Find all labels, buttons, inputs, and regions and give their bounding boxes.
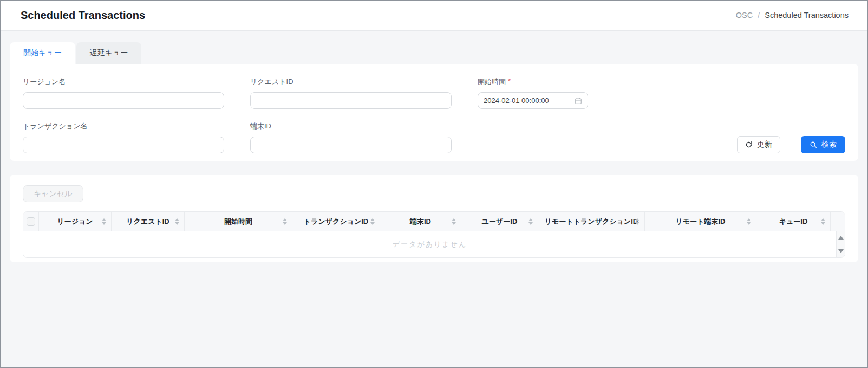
required-asterisk: * bbox=[508, 77, 511, 87]
sort-icon[interactable] bbox=[102, 218, 106, 225]
tab-delay-queue[interactable]: 遅延キュー bbox=[76, 42, 142, 64]
column-header-label: 端末ID bbox=[410, 217, 431, 227]
page-title: Scheduled Transactions bbox=[21, 9, 145, 22]
refresh-button-label: 更新 bbox=[757, 140, 772, 150]
transaction-name-input-box bbox=[23, 137, 224, 153]
start-time-input[interactable] bbox=[484, 96, 575, 105]
table-panel: キャンセル リージョンリクエストID開始時間トランザクションID端末IDユーザー… bbox=[10, 175, 858, 262]
request-id-field: リクエストID bbox=[250, 77, 452, 109]
filter-actions: 更新 検索 bbox=[737, 121, 845, 153]
terminal-id-field: 端末ID bbox=[250, 121, 452, 153]
column-header[interactable]: 開始時間 bbox=[185, 212, 292, 231]
sort-icon[interactable] bbox=[175, 218, 179, 225]
refresh-icon bbox=[745, 141, 753, 149]
search-button[interactable]: 検索 bbox=[801, 136, 845, 153]
filter-row-1: リージョン名 リクエストID 開始時間 * bbox=[23, 77, 845, 109]
region-name-label: リージョン名 bbox=[23, 77, 224, 87]
search-button-label: 検索 bbox=[821, 140, 837, 150]
refresh-button[interactable]: 更新 bbox=[737, 136, 780, 153]
column-header-label: ユーザーID bbox=[482, 217, 518, 227]
table-header-columns: リージョンリクエストID開始時間トランザクションID端末IDユーザーIDリモート… bbox=[39, 212, 845, 231]
filter-row-2: トランザクション名 端末ID 更新 bbox=[23, 121, 845, 153]
column-header[interactable]: ユーザーID bbox=[461, 212, 538, 231]
transaction-name-label: トランザクション名 bbox=[23, 121, 224, 131]
breadcrumb: OSC / Scheduled Transactions bbox=[736, 11, 849, 20]
calendar-icon[interactable] bbox=[575, 97, 582, 105]
column-header[interactable]: リモートトランザクションID bbox=[538, 212, 645, 231]
request-id-label: リクエストID bbox=[250, 77, 452, 87]
column-header-label: 開始時間 bbox=[224, 217, 252, 227]
main-content: 開始キュー 遅延キュー リージョン名 リクエストID 開始時間 * bbox=[0, 31, 868, 262]
sort-icon[interactable] bbox=[370, 218, 375, 225]
start-time-field: 開始時間 * bbox=[478, 77, 588, 109]
column-header[interactable]: リクエストID bbox=[112, 212, 185, 231]
sort-icon[interactable] bbox=[452, 218, 456, 225]
column-header-label: リモートトランザクションID bbox=[545, 217, 638, 227]
column-header[interactable]: 端末ID bbox=[380, 212, 461, 231]
start-time-input-box bbox=[478, 92, 588, 109]
tab-start-queue[interactable]: 開始キュー bbox=[10, 42, 75, 64]
terminal-id-input[interactable] bbox=[256, 141, 446, 149]
cancel-button-label: キャンセル bbox=[34, 189, 73, 199]
sort-icon[interactable] bbox=[635, 218, 639, 225]
column-header[interactable]: リージョン bbox=[39, 212, 112, 231]
start-time-label: 開始時間 * bbox=[478, 77, 588, 87]
cancel-button[interactable]: キャンセル bbox=[23, 185, 83, 202]
sort-icon[interactable] bbox=[821, 218, 825, 225]
breadcrumb-current: Scheduled Transactions bbox=[765, 11, 849, 20]
region-name-field: リージョン名 bbox=[23, 77, 224, 109]
terminal-id-label: 端末ID bbox=[250, 121, 452, 131]
start-time-label-text: 開始時間 bbox=[478, 77, 506, 87]
breadcrumb-separator: / bbox=[758, 11, 760, 20]
region-name-input-box bbox=[23, 92, 224, 109]
table-header-row: リージョンリクエストID開始時間トランザクションID端末IDユーザーIDリモート… bbox=[23, 212, 845, 231]
region-name-input[interactable] bbox=[29, 96, 218, 105]
request-id-input-box bbox=[250, 92, 452, 109]
breadcrumb-root[interactable]: OSC bbox=[736, 11, 753, 20]
sort-icon[interactable] bbox=[283, 218, 287, 225]
column-header-label: キューID bbox=[779, 217, 808, 227]
top-bar: Scheduled Transactions OSC / Scheduled T… bbox=[0, 0, 868, 31]
empty-state-message: データがありません bbox=[23, 231, 837, 257]
transaction-name-field: トランザクション名 bbox=[23, 121, 224, 153]
column-header-label: トランザクションID bbox=[304, 217, 368, 227]
column-header[interactable]: トランザクションID bbox=[292, 212, 380, 231]
column-header[interactable]: キューID bbox=[756, 212, 831, 231]
sort-icon[interactable] bbox=[747, 218, 751, 225]
column-header[interactable]: リモート端末ID bbox=[645, 212, 756, 231]
scroll-down-icon[interactable] bbox=[838, 249, 844, 253]
filter-panel: リージョン名 リクエストID 開始時間 * bbox=[10, 64, 858, 161]
column-header-label: リージョン bbox=[57, 217, 93, 227]
table-body: データがありません bbox=[23, 231, 845, 257]
tab-bar: 開始キュー 遅延キュー bbox=[10, 42, 858, 64]
transactions-table: リージョンリクエストID開始時間トランザクションID端末IDユーザーIDリモート… bbox=[23, 211, 845, 258]
table-scrollbar bbox=[837, 231, 845, 257]
column-header-label: リモート端末ID bbox=[676, 217, 726, 227]
sort-icon[interactable] bbox=[528, 218, 533, 225]
request-id-input[interactable] bbox=[256, 96, 446, 105]
column-header-label: リクエストID bbox=[126, 217, 169, 227]
search-icon bbox=[810, 141, 817, 149]
terminal-id-input-box bbox=[250, 137, 452, 153]
select-all-cell bbox=[23, 212, 39, 231]
select-all-checkbox[interactable] bbox=[27, 217, 35, 226]
scroll-up-icon[interactable] bbox=[838, 236, 844, 240]
transaction-name-input[interactable] bbox=[29, 141, 218, 149]
